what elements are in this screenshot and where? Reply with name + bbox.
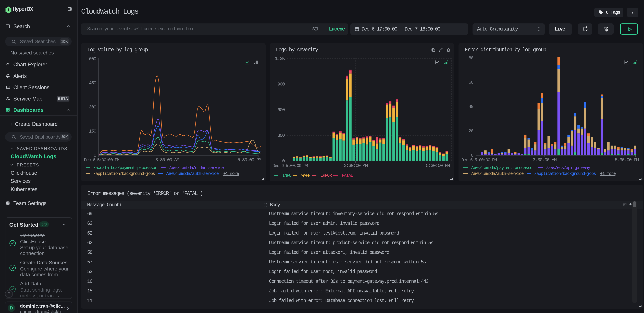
svg-text:/aws/lambda/payment-processor: /aws/lambda/payment-processor	[471, 165, 534, 170]
svg-text:/aws/ecs/api-gateway: /aws/ecs/api-gateway	[546, 165, 590, 170]
svg-text:600: 600	[278, 107, 285, 113]
svg-text:ERROR: ERROR	[320, 173, 332, 178]
svg-text:/aws/lambda/order-service: /aws/lambda/order-service	[168, 165, 224, 170]
svg-text:+1 more: +1 more	[600, 171, 616, 176]
svg-text:80: 80	[468, 55, 474, 61]
svg-text:Dec 6 5:00:00 PM: Dec 6 5:00:00 PM	[272, 163, 308, 168]
svg-text:Dec 6 5:00:00 PM: Dec 6 5:00:00 PM	[462, 157, 497, 162]
svg-text:0: 0	[471, 153, 474, 158]
svg-text:900: 900	[278, 82, 285, 87]
svg-text:5:30:00 PM: 5:30:00 PM	[426, 163, 450, 168]
svg-text:/application/background-jobs: /application/background-jobs	[93, 171, 155, 176]
svg-text:1.2K: 1.2K	[275, 56, 285, 61]
svg-text:3:30:00 AM: 3:30:00 AM	[533, 157, 557, 162]
svg-text:60: 60	[468, 80, 474, 85]
svg-text:FATAL: FATAL	[342, 173, 353, 178]
svg-text:40: 40	[468, 104, 474, 109]
svg-text:300: 300	[278, 133, 285, 138]
svg-text:WARN: WARN	[302, 173, 310, 178]
svg-text:/application/background-jobs: /application/background-jobs	[534, 171, 596, 176]
svg-text:/aws/lambda/auth-service: /aws/lambda/auth-service	[471, 171, 524, 176]
svg-text:/aws/lambda/payment-processor: /aws/lambda/payment-processor	[93, 165, 157, 170]
svg-text:/aws/lambda/auth-service: /aws/lambda/auth-service	[166, 171, 218, 176]
svg-text:3:30:00 AM: 3:30:00 AM	[344, 163, 368, 168]
svg-text:INFO: INFO	[282, 173, 292, 178]
svg-text:0: 0	[282, 158, 285, 164]
svg-text:20: 20	[468, 129, 474, 134]
svg-text:+1 more: +1 more	[223, 171, 239, 176]
svg-text:5:30:00 PM: 5:30:00 PM	[615, 157, 639, 162]
